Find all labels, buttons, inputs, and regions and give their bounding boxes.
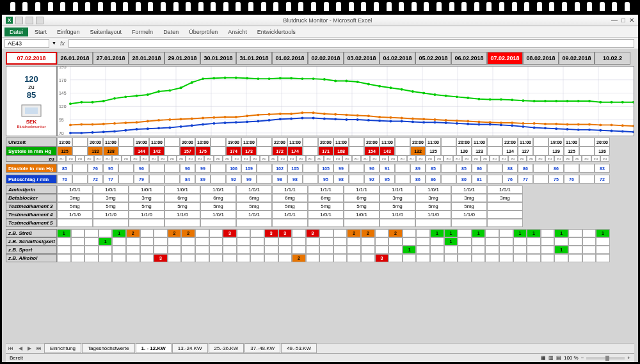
med-cell[interactable]: 1/0/1 bbox=[236, 186, 272, 194]
factor-cell[interactable] bbox=[154, 237, 168, 246]
factor-cell[interactable] bbox=[112, 254, 126, 262]
factor-cell[interactable]: 3 bbox=[278, 229, 292, 237]
dia-cell[interactable] bbox=[211, 164, 226, 173]
minimize-icon[interactable]: — bbox=[611, 17, 618, 24]
pul-cell[interactable] bbox=[395, 175, 410, 184]
med-cell[interactable] bbox=[93, 219, 129, 227]
sys-cell[interactable] bbox=[211, 146, 226, 155]
time-cell[interactable]: 11:00 bbox=[149, 138, 164, 146]
factor-cell[interactable]: 1 bbox=[57, 229, 71, 237]
dia-cell[interactable]: 89 bbox=[410, 164, 426, 173]
sys-cell[interactable]: 174 bbox=[287, 146, 303, 155]
factor-cell[interactable]: 3 bbox=[154, 254, 168, 262]
dia-cell[interactable]: 85 bbox=[426, 164, 441, 173]
med-cell[interactable]: 1/1/0 bbox=[129, 210, 164, 219]
fx-icon[interactable]: fx bbox=[56, 40, 68, 47]
sys-cell[interactable]: 173 bbox=[241, 146, 257, 155]
dia-cell[interactable]: 91 bbox=[380, 164, 395, 173]
factor-cell[interactable] bbox=[250, 246, 264, 254]
factor-cell[interactable] bbox=[499, 254, 513, 262]
time-cell[interactable] bbox=[118, 138, 134, 146]
sys-cell[interactable] bbox=[579, 146, 595, 155]
med-cell[interactable]: 1/0/1 bbox=[451, 186, 487, 194]
factor-cell[interactable] bbox=[306, 246, 320, 254]
med-cell[interactable] bbox=[380, 219, 415, 227]
dia-cell[interactable]: 106 bbox=[226, 164, 241, 173]
factor-cell[interactable] bbox=[126, 237, 140, 246]
time-cell[interactable] bbox=[303, 138, 318, 146]
pul-cell[interactable]: 77 bbox=[518, 175, 533, 184]
factor-cell[interactable] bbox=[71, 254, 85, 262]
pul-cell[interactable]: 81 bbox=[472, 175, 487, 184]
factor-cell[interactable] bbox=[568, 246, 582, 254]
med-cell[interactable]: 5mg bbox=[129, 202, 164, 210]
sheet-tab[interactable]: 1. - 12.KW bbox=[136, 344, 172, 353]
factor-cell[interactable] bbox=[181, 246, 195, 254]
med-cell[interactable]: 6mg bbox=[308, 194, 344, 202]
factor-cell[interactable] bbox=[347, 246, 361, 254]
sys-cell[interactable] bbox=[72, 146, 88, 155]
factor-cell[interactable] bbox=[416, 246, 430, 254]
time-cell[interactable]: 19:00 bbox=[548, 138, 564, 146]
factor-cell[interactable] bbox=[71, 229, 85, 237]
sys-cell[interactable]: 124 bbox=[502, 146, 518, 155]
factor-cell[interactable] bbox=[388, 254, 403, 262]
view-layout-icon[interactable]: ▥ bbox=[548, 355, 554, 361]
tab-file[interactable]: Datei bbox=[4, 28, 28, 36]
factor-cell[interactable] bbox=[472, 254, 486, 262]
factor-cell[interactable]: 2 bbox=[361, 229, 375, 237]
factor-cell[interactable] bbox=[541, 229, 555, 237]
factor-cell[interactable] bbox=[71, 246, 85, 254]
save-icon[interactable] bbox=[15, 17, 23, 24]
med-cell[interactable]: 3mg bbox=[415, 194, 451, 202]
med-cell[interactable]: 1/0/1 bbox=[93, 186, 129, 194]
med-cell[interactable]: 1/1/0 bbox=[93, 210, 129, 219]
pul-cell[interactable]: 98 bbox=[333, 175, 349, 184]
factor-cell[interactable] bbox=[403, 229, 417, 237]
zoom-in-icon[interactable]: + bbox=[627, 355, 630, 361]
factor-cell[interactable]: 1 bbox=[403, 246, 417, 254]
pul-cell[interactable] bbox=[349, 175, 364, 184]
pul-cell[interactable]: 98 bbox=[287, 175, 303, 184]
factor-cell[interactable] bbox=[499, 229, 513, 237]
factor-cell[interactable] bbox=[264, 254, 278, 262]
factor-cell[interactable] bbox=[333, 254, 348, 262]
factor-cell[interactable] bbox=[168, 237, 182, 246]
sys-cell[interactable]: 172 bbox=[272, 146, 287, 155]
view-break-icon[interactable]: ▤ bbox=[556, 355, 561, 361]
factor-cell[interactable] bbox=[154, 229, 168, 237]
factor-cell[interactable] bbox=[209, 237, 223, 246]
factor-cell[interactable] bbox=[485, 229, 499, 237]
undo-icon[interactable] bbox=[26, 17, 33, 24]
sys-cell[interactable]: 171 bbox=[318, 146, 333, 155]
time-cell[interactable] bbox=[395, 138, 410, 146]
pul-cell[interactable] bbox=[441, 175, 456, 184]
sys-cell[interactable]: 125 bbox=[426, 146, 441, 155]
pul-cell[interactable]: 86 bbox=[410, 175, 426, 184]
med-cell[interactable]: 1/0/1 bbox=[129, 186, 164, 194]
sys-cell[interactable] bbox=[349, 146, 364, 155]
time-cell[interactable]: 13:00 bbox=[57, 138, 72, 146]
factor-cell[interactable] bbox=[444, 254, 458, 262]
factor-cell[interactable] bbox=[375, 237, 389, 246]
factor-cell[interactable] bbox=[223, 237, 237, 246]
pul-cell[interactable]: 92 bbox=[226, 175, 241, 184]
factor-cell[interactable] bbox=[306, 254, 320, 262]
sys-cell[interactable]: 127 bbox=[518, 146, 533, 155]
pul-cell[interactable] bbox=[303, 175, 318, 184]
med-cell[interactable]: 3mg bbox=[380, 194, 415, 202]
factor-cell[interactable]: 2 bbox=[181, 229, 195, 237]
time-cell[interactable]: 11:00 bbox=[472, 138, 487, 146]
factor-cell[interactable] bbox=[71, 237, 85, 246]
factor-cell[interactable] bbox=[582, 246, 596, 254]
factor-cell[interactable]: 3 bbox=[264, 229, 278, 237]
dia-cell[interactable]: 88 bbox=[502, 164, 518, 173]
factor-cell[interactable] bbox=[485, 246, 499, 254]
factor-cell[interactable] bbox=[181, 237, 195, 246]
factor-cell[interactable] bbox=[430, 246, 444, 254]
factor-cell[interactable] bbox=[278, 254, 292, 262]
sys-cell[interactable]: 143 bbox=[380, 146, 395, 155]
time-cell[interactable]: 11:00 bbox=[380, 138, 395, 146]
factor-cell[interactable] bbox=[430, 254, 444, 262]
factor-cell[interactable] bbox=[195, 254, 209, 262]
